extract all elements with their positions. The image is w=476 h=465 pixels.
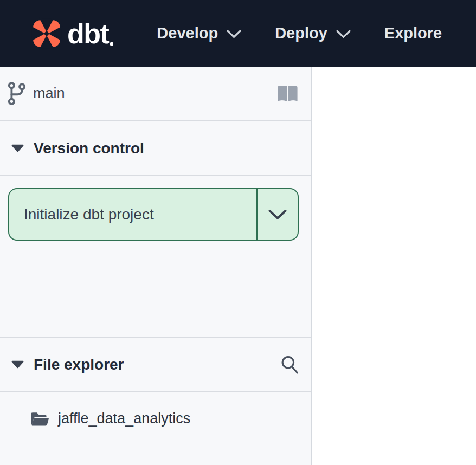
git-branch-icon [8, 81, 26, 106]
dbt-logo-trademark-dot [110, 42, 113, 46]
search-icon[interactable] [280, 354, 299, 374]
version-control-title: Version control [34, 140, 144, 157]
caret-down-icon [11, 144, 24, 152]
caret-down-icon [11, 360, 24, 369]
chevron-down-icon [336, 30, 351, 38]
chevron-down-icon [268, 209, 287, 220]
nav-item-explore[interactable]: Explore [384, 24, 442, 42]
initialize-dbt-project-button[interactable]: Initialize dbt project [8, 188, 299, 241]
folder-open-icon [30, 411, 49, 427]
nav-item-explore-label: Explore [384, 24, 442, 42]
initialize-dropdown-toggle[interactable] [258, 189, 298, 240]
current-branch-label: main [33, 85, 65, 102]
sidebar: main Version control Initialize dbt proj… [0, 67, 312, 465]
section-header-file-explorer[interactable]: File explorer [0, 338, 311, 392]
nav-item-develop-label: Develop [157, 24, 218, 42]
nav-item-deploy[interactable]: Deploy [275, 24, 351, 42]
top-nav: dbt Develop Deploy Explore [0, 0, 476, 67]
folder-jaffle-data-analytics[interactable]: jaffle_data_analytics [0, 406, 311, 431]
file-explorer-title: File explorer [34, 356, 124, 373]
branch-bar: main [0, 67, 311, 121]
folder-name-label: jaffle_data_analytics [58, 410, 190, 427]
nav-item-develop[interactable]: Develop [157, 24, 241, 42]
chevron-down-icon [227, 30, 241, 38]
dbt-logo-icon [30, 17, 63, 50]
initialize-dbt-project-label: Initialize dbt project [9, 189, 256, 240]
top-nav-menu: Develop Deploy Explore [157, 24, 442, 42]
main-content-area [312, 67, 476, 465]
version-control-panel: Initialize dbt project [0, 176, 311, 338]
docs-book-icon[interactable] [276, 85, 299, 102]
dbt-logo[interactable]: dbt [30, 17, 113, 50]
nav-item-deploy-label: Deploy [275, 24, 327, 42]
dbt-logo-text: dbt [67, 20, 108, 48]
app-root: dbt Develop Deploy Explore [0, 0, 476, 465]
section-header-version-control[interactable]: Version control [0, 121, 311, 176]
file-explorer-tree: jaffle_data_analytics [0, 392, 311, 431]
